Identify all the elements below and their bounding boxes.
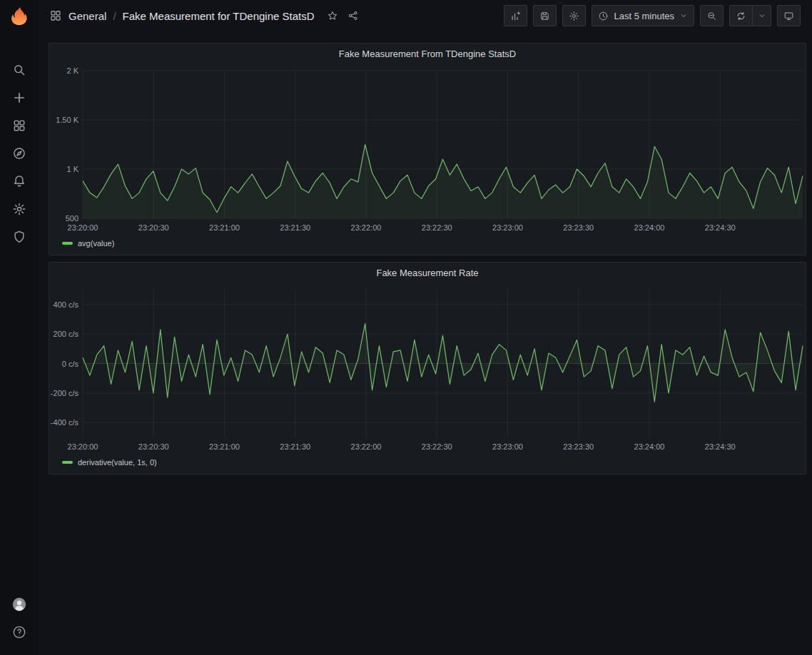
dashboard-title: Fake Measurement for TDengine StatsD	[123, 10, 315, 22]
sidebar-nav	[11, 61, 28, 245]
x-tick-label: 23:20:30	[138, 442, 169, 451]
x-tick-label: 23:24:00	[634, 223, 665, 232]
share-dashboard-button[interactable]	[346, 9, 360, 23]
legend-series-label[interactable]: derivative(value, 1s, 0)	[78, 458, 157, 467]
save-dashboard-button[interactable]	[533, 5, 557, 26]
dashboard-settings-button[interactable]	[562, 5, 586, 26]
help-circle-icon	[12, 625, 26, 639]
sidebar-item-search[interactable]	[11, 61, 28, 78]
sidebar-item-dashboards[interactable]	[11, 117, 28, 134]
panel-header[interactable]: Fake Measurement Rate	[49, 263, 806, 283]
sidebar-item-create[interactable]	[11, 89, 28, 106]
x-tick-label: 23:23:30	[563, 442, 594, 451]
plus-icon	[12, 91, 26, 105]
save-icon	[539, 11, 550, 21]
sidebar-item-server-admin[interactable]	[11, 228, 28, 245]
x-tick-label: 23:21:00	[209, 442, 240, 451]
x-tick-label: 23:20:30	[138, 223, 169, 232]
main-column: General / Fake Measurement for TDengine …	[39, 0, 812, 655]
y-tick-label: 500	[66, 214, 78, 223]
panel-header[interactable]: Fake Measurement From TDengine StatsD	[49, 44, 806, 64]
x-tick-label: 23:22:00	[351, 223, 382, 232]
x-tick-label: 23:22:30	[422, 223, 452, 232]
x-tick-label: 23:21:30	[280, 223, 310, 232]
zoom-out-icon	[706, 11, 717, 21]
gear-icon	[12, 202, 26, 216]
help-button[interactable]	[11, 624, 28, 641]
y-tick-label: 1 K	[66, 165, 78, 173]
panel-fake-measurement-rate: Fake Measurement Rate -400 c/s-200 c/s0 …	[49, 262, 806, 474]
sidebar-bottom	[11, 596, 28, 641]
y-tick-label: 2 K	[66, 66, 78, 75]
x-tick-label: 23:21:30	[280, 442, 310, 451]
refresh-button[interactable]	[729, 5, 753, 26]
breadcrumb-general[interactable]: General	[68, 10, 106, 22]
panel-fake-measurement: Fake Measurement From TDengine StatsD 50…	[49, 43, 806, 255]
y-tick-label: 0 c/s	[62, 360, 79, 368]
grafana-flame-icon	[9, 6, 30, 27]
star-dashboard-button[interactable]	[325, 9, 340, 23]
zoom-out-button[interactable]	[700, 5, 724, 26]
x-tick-label: 23:22:00	[351, 442, 382, 451]
refresh-interval-dropdown[interactable]	[753, 5, 771, 26]
search-icon	[12, 63, 26, 77]
refresh-icon	[736, 11, 746, 21]
y-tick-label: 400 c/s	[54, 300, 79, 309]
grafana-logo-icon[interactable]	[8, 5, 31, 28]
chart-area[interactable]: 5001 K1.50 K2 K23:20:0023:20:3023:21:002…	[49, 64, 806, 236]
shield-icon	[12, 230, 26, 244]
panel-title: Fake Measurement From TDengine StatsD	[339, 49, 516, 59]
panel-title: Fake Measurement Rate	[376, 268, 478, 278]
x-tick-label: 23:23:00	[492, 223, 523, 232]
legend: derivative(value, 1s, 0)	[49, 455, 806, 474]
compass-icon	[12, 146, 26, 161]
time-range-label: Last 5 minutes	[614, 11, 674, 21]
legend-series-label[interactable]: avg(value)	[78, 239, 114, 248]
chart-area[interactable]: -400 c/s-200 c/s0 c/s200 c/s400 c/s23:20…	[49, 283, 806, 455]
x-tick-label: 23:22:30	[422, 442, 452, 451]
user-avatar[interactable]	[11, 596, 28, 613]
x-tick-label: 23:23:00	[492, 442, 523, 451]
dashboard-toolbar: Last 5 minutes	[504, 5, 801, 26]
y-tick-label: -400 c/s	[51, 418, 79, 427]
sidebar-item-alerting[interactable]	[11, 173, 28, 190]
breadcrumb-separator: /	[113, 10, 116, 22]
breadcrumb: General / Fake Measurement for TDengine …	[49, 9, 360, 23]
sidebar	[0, 0, 39, 655]
avatar-icon	[12, 597, 26, 611]
sidebar-item-explore[interactable]	[11, 145, 28, 162]
dashboard-canvas: Fake Measurement From TDengine StatsD 50…	[39, 31, 812, 474]
monitor-icon	[783, 11, 794, 21]
x-tick-label: 23:21:00	[209, 223, 240, 232]
x-tick-label: 23:20:00	[68, 442, 98, 451]
y-tick-label: -200 c/s	[51, 389, 79, 397]
add-panel-icon	[510, 11, 521, 21]
y-tick-label: 1.50 K	[56, 116, 78, 124]
series-area	[83, 145, 803, 219]
chevron-down-icon	[758, 11, 766, 20]
tv-mode-button[interactable]	[777, 5, 801, 26]
bell-icon	[12, 174, 26, 188]
x-tick-label: 23:24:30	[705, 223, 736, 232]
time-series-chart[interactable]: -400 c/s-200 c/s0 c/s200 c/s400 c/s23:20…	[49, 283, 806, 455]
navbar: General / Fake Measurement for TDengine …	[39, 0, 812, 31]
star-icon	[327, 10, 338, 21]
add-panel-button[interactable]	[504, 5, 527, 26]
time-series-chart[interactable]: 5001 K1.50 K2 K23:20:0023:20:3023:21:002…	[49, 64, 806, 236]
gear-icon	[569, 11, 579, 21]
time-range-picker[interactable]: Last 5 minutes	[592, 5, 694, 26]
sidebar-item-configuration[interactable]	[11, 200, 28, 218]
x-tick-label: 23:24:00	[634, 442, 665, 451]
chevron-down-icon	[679, 11, 688, 20]
legend-series-swatch	[62, 461, 73, 464]
dashboards-grid-icon	[12, 118, 26, 133]
share-icon	[347, 10, 359, 21]
x-tick-label: 23:20:00	[68, 223, 98, 232]
x-tick-label: 23:24:30	[705, 442, 736, 451]
refresh-button-group	[729, 5, 771, 26]
legend: avg(value)	[49, 236, 806, 255]
clock-icon	[598, 11, 609, 21]
legend-series-swatch	[62, 242, 73, 245]
grafana-app: General / Fake Measurement for TDengine …	[0, 0, 812, 655]
apps-grid-icon	[49, 9, 62, 22]
